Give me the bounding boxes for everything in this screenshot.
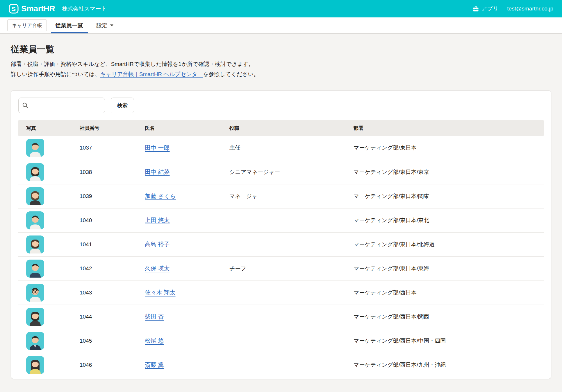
employee-name-cell: 田中 一郎 (137, 136, 222, 160)
employee-department-cell: マーケティング部/西日本/九州・沖縄 (346, 353, 544, 377)
employee-name-link[interactable]: 田中 結菜 (145, 169, 170, 175)
employee-name-cell: 加藤 さくら (137, 184, 222, 208)
employee-name-link[interactable]: 松尾 悠 (145, 337, 164, 344)
description-line1: 部署・役職・評価・資格やスキルなど、SmartHRで収集した情報を1か所で確認・… (11, 61, 254, 67)
employee-role-cell (222, 232, 346, 256)
employee-avatar (26, 235, 44, 253)
employee-name-link[interactable]: 加藤 さくら (145, 193, 176, 199)
employee-number-cell: 1046 (72, 353, 137, 377)
employee-number-cell: 1042 (72, 256, 137, 280)
employee-name-cell: 上田 悠太 (137, 208, 222, 232)
employee-avatar (26, 308, 44, 326)
employee-department-cell: マーケティング部/東日本/東京 (346, 160, 544, 184)
column-header-name: 氏名 (137, 120, 222, 136)
employee-row: 1042 久保 瑛太 チーフ マーケティング部/東日本/東海 (18, 256, 544, 280)
employee-number-cell: 1045 (72, 329, 137, 353)
tab-employee-list-label: 従業員一覧 (56, 22, 83, 29)
employee-avatar (26, 139, 44, 157)
help-center-link[interactable]: キャリア台帳｜SmartHR ヘルプセンター (100, 71, 203, 77)
employee-role-cell: マネージャー (222, 184, 346, 208)
employee-row: 1046 斎藤 翼 マーケティング部/西日本/九州・沖縄 (18, 353, 544, 377)
tab-bar: キャリア台帳 従業員一覧 設定 (0, 17, 562, 34)
app-header: S SmartHR 株式会社スマート アプリ test@smarthr.co.j… (0, 0, 562, 17)
employee-name-link[interactable]: 田中 一郎 (145, 145, 170, 151)
employee-row: 1041 高島 裕子 マーケティング部/東日本/北海道 (18, 232, 544, 256)
header-right: アプリ test@smarthr.co.jp (472, 5, 553, 12)
employee-name-cell: 斎藤 翼 (137, 353, 222, 377)
employee-name-cell: 高島 裕子 (137, 232, 222, 256)
employee-table-body: 1037 田中 一郎 主任 マーケティング部/東日本 1038 田中 結菜 シニ… (18, 136, 544, 377)
tab-settings[interactable]: 設定 (92, 17, 118, 33)
employee-name-link[interactable]: 柴田 杏 (145, 313, 164, 320)
employee-row: 1043 佐々木 翔太 マーケティング部/西日本 (18, 280, 544, 305)
svg-text:S: S (12, 6, 16, 12)
company-name: 株式会社スマート (62, 5, 106, 12)
chevron-down-icon (110, 24, 114, 27)
employee-department-cell: マーケティング部/西日本/関西 (346, 305, 544, 329)
employee-number-cell: 1041 (72, 232, 137, 256)
employee-photo-cell (18, 184, 72, 208)
employee-department-cell: マーケティング部/西日本 (346, 280, 544, 305)
employee-role-cell: 主任 (222, 136, 346, 160)
page-title: 従業員一覧 (11, 44, 551, 55)
employee-role-cell (222, 329, 346, 353)
employee-photo-cell (18, 305, 72, 329)
employee-photo-cell (18, 280, 72, 305)
employee-avatar (26, 284, 44, 302)
employee-name-cell: 田中 結菜 (137, 160, 222, 184)
search-box (18, 98, 105, 113)
employee-name-link[interactable]: 久保 瑛太 (145, 265, 170, 271)
employee-number-cell: 1039 (72, 184, 137, 208)
column-header-department: 部署 (346, 120, 544, 136)
employee-name-link[interactable]: 斎藤 翼 (145, 362, 164, 368)
employee-row: 1040 上田 悠太 マーケティング部/東日本/東北 (18, 208, 544, 232)
employee-photo-cell (18, 208, 72, 232)
employee-name-cell: 佐々木 翔太 (137, 280, 222, 305)
employee-name-link[interactable]: 佐々木 翔太 (145, 289, 176, 296)
employee-role-cell (222, 208, 346, 232)
employee-role-cell (222, 353, 346, 377)
employee-list-card: 検索 写真 社員番号 氏名 役職 部署 (11, 90, 551, 379)
employee-avatar (26, 356, 44, 374)
employee-row: 1038 田中 結菜 シニアマネージャー マーケティング部/東日本/東京 (18, 160, 544, 184)
employee-name-cell: 松尾 悠 (137, 329, 222, 353)
employee-role-cell: シニアマネージャー (222, 160, 346, 184)
employee-photo-cell (18, 232, 72, 256)
employee-table: 写真 社員番号 氏名 役職 部署 1037 田中 一郎 主任 マーケティング部/… (18, 120, 544, 377)
employee-role-cell (222, 305, 346, 329)
employee-row: 1044 柴田 杏 マーケティング部/西日本/関西 (18, 305, 544, 329)
tab-settings-label: 設定 (97, 22, 108, 29)
employee-avatar (26, 187, 44, 205)
main-content: 従業員一覧 部署・役職・評価・資格やスキルなど、SmartHRで収集した情報を1… (0, 44, 562, 379)
employee-avatar (26, 332, 44, 350)
employee-department-cell: マーケティング部/東日本/関東 (346, 184, 544, 208)
app-switcher-career-ledger[interactable]: キャリア台帳 (7, 19, 47, 31)
description-line2-suffix: を参照してください。 (203, 71, 259, 77)
employee-department-cell: マーケティング部/西日本/中国・四国 (346, 329, 544, 353)
employee-number-cell: 1038 (72, 160, 137, 184)
search-row: 検索 (18, 98, 544, 113)
employee-role-cell (222, 280, 346, 305)
tab-employee-list[interactable]: 従業員一覧 (51, 17, 88, 33)
apps-menu[interactable]: アプリ (472, 5, 498, 12)
employee-photo-cell (18, 353, 72, 377)
smarthr-logo-icon: S (9, 4, 19, 14)
user-email[interactable]: test@smarthr.co.jp (507, 6, 553, 12)
brand[interactable]: S SmartHR 株式会社スマート (9, 4, 107, 14)
employee-department-cell: マーケティング部/東日本/東北 (346, 208, 544, 232)
brand-name: SmartHR (21, 4, 55, 13)
employee-department-cell: マーケティング部/東日本 (346, 136, 544, 160)
employee-number-cell: 1043 (72, 280, 137, 305)
employee-avatar (26, 211, 44, 229)
employee-name-link[interactable]: 高島 裕子 (145, 241, 170, 247)
apps-label: アプリ (481, 5, 498, 12)
search-button[interactable]: 検索 (111, 98, 134, 113)
employee-name-link[interactable]: 上田 悠太 (145, 217, 170, 223)
page-description: 部署・役職・評価・資格やスキルなど、SmartHRで収集した情報を1か所で確認・… (11, 59, 551, 79)
search-input[interactable] (18, 98, 105, 113)
column-header-role: 役職 (222, 120, 346, 136)
employee-avatar (26, 163, 44, 181)
employee-role-cell: チーフ (222, 256, 346, 280)
employee-avatar (26, 260, 44, 278)
briefcase-icon (472, 6, 479, 12)
